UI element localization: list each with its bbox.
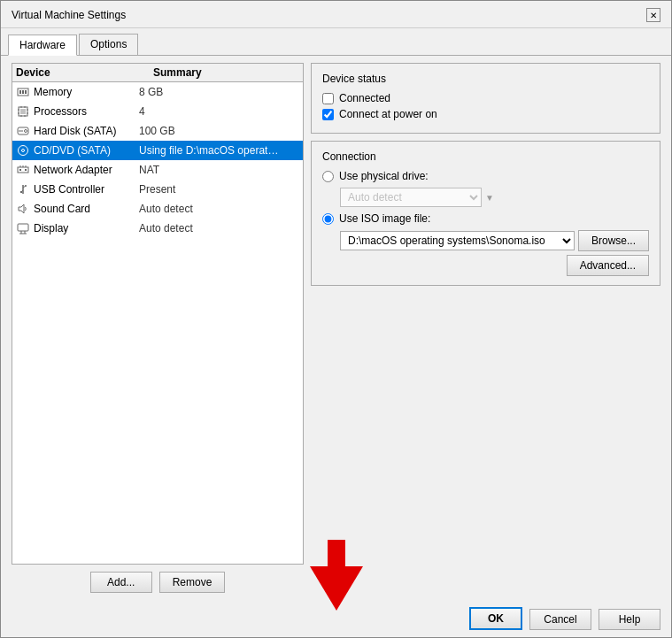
nic-icon bbox=[16, 163, 30, 177]
right-panel: Device status Connected Connect at power… bbox=[311, 63, 660, 593]
device-summary: 4 bbox=[139, 105, 299, 118]
advanced-row: Advanced... bbox=[322, 255, 649, 276]
device-name: Display bbox=[34, 222, 68, 234]
arrow-indicator bbox=[310, 540, 363, 611]
table-header: Device Summary bbox=[12, 64, 303, 82]
arrow-head bbox=[310, 566, 363, 611]
tab-hardware[interactable]: Hardware bbox=[8, 35, 77, 56]
device-name: CD/DVD (SATA) bbox=[34, 144, 111, 157]
connected-label: Connected bbox=[339, 92, 390, 104]
svg-rect-5 bbox=[20, 109, 26, 114]
use-physical-drive-label: Use physical drive: bbox=[339, 170, 429, 182]
svg-point-15 bbox=[25, 130, 27, 133]
table-row[interactable]: Hard Disk (SATA) 100 GB bbox=[12, 121, 303, 141]
title-bar: Virtual Machine Settings ✕ bbox=[1, 1, 671, 28]
tab-bar: Hardware Options bbox=[1, 28, 671, 55]
device-summary: 100 GB bbox=[139, 125, 299, 137]
browse-button[interactable]: Browse... bbox=[578, 230, 649, 251]
help-button[interactable]: Help bbox=[599, 609, 660, 630]
physical-drive-row: Use physical drive: bbox=[322, 170, 649, 182]
table-row[interactable]: Processors 4 bbox=[12, 102, 303, 121]
window-title: Virtual Machine Settings bbox=[12, 9, 126, 21]
device-name: Processors bbox=[34, 105, 87, 118]
left-panel: Device Summary Memory 8 GB bbox=[12, 63, 304, 593]
footer: OK Cancel Help bbox=[1, 600, 671, 637]
use-iso-label: Use ISO image file: bbox=[339, 212, 430, 225]
device-name: Hard Disk (SATA) bbox=[34, 125, 117, 137]
auto-detect-select[interactable]: Auto detect bbox=[340, 188, 482, 207]
connection-title: Connection bbox=[322, 150, 649, 163]
advanced-button[interactable]: Advanced... bbox=[567, 255, 649, 276]
add-button[interactable]: Add... bbox=[90, 572, 152, 593]
connect-at-power-on-checkbox[interactable] bbox=[322, 109, 334, 120]
svg-rect-1 bbox=[19, 90, 21, 94]
device-status-section: Device status Connected Connect at power… bbox=[311, 63, 660, 134]
svg-marker-30 bbox=[19, 204, 24, 213]
svg-rect-19 bbox=[18, 167, 28, 173]
table-row[interactable]: Memory 8 GB bbox=[12, 82, 303, 102]
svg-rect-31 bbox=[18, 224, 28, 231]
use-physical-drive-radio[interactable] bbox=[322, 171, 334, 182]
svg-point-17 bbox=[19, 146, 28, 156]
device-name: Memory bbox=[34, 86, 72, 98]
remove-button[interactable]: Remove bbox=[159, 572, 226, 593]
svg-rect-2 bbox=[22, 90, 24, 94]
connect-power-on-row: Connect at power on bbox=[322, 108, 649, 120]
tab-options[interactable]: Options bbox=[79, 34, 138, 55]
svg-rect-29 bbox=[20, 191, 22, 193]
svg-point-18 bbox=[22, 150, 25, 152]
display-icon bbox=[16, 221, 30, 235]
device-summary: Auto detect bbox=[139, 203, 299, 215]
table-row[interactable]: Display Auto detect bbox=[12, 219, 303, 238]
auto-detect-row: Auto detect ▼ bbox=[340, 188, 649, 207]
device-summary: 8 GB bbox=[139, 86, 299, 98]
connect-at-power-on-label: Connect at power on bbox=[339, 108, 437, 120]
connected-checkbox[interactable] bbox=[322, 93, 334, 104]
device-summary: Present bbox=[139, 183, 299, 196]
auto-detect-dropdown-arrow: ▼ bbox=[485, 193, 494, 203]
svg-rect-24 bbox=[25, 169, 27, 171]
device-name: USB Controller bbox=[34, 183, 104, 196]
usb-icon bbox=[16, 182, 30, 196]
device-name: Sound Card bbox=[34, 203, 90, 215]
processor-icon bbox=[16, 104, 30, 119]
svg-rect-3 bbox=[25, 90, 27, 94]
svg-point-28 bbox=[25, 185, 27, 187]
iso-image-row: Use ISO image file: bbox=[322, 212, 649, 225]
spacer bbox=[311, 293, 660, 593]
column-device: Device bbox=[16, 66, 153, 79]
main-content: Device Summary Memory 8 GB bbox=[1, 55, 671, 600]
use-iso-radio[interactable] bbox=[322, 213, 334, 225]
device-name: Network Adapter bbox=[34, 164, 112, 176]
table-row[interactable]: Sound Card Auto detect bbox=[12, 199, 303, 219]
table-row[interactable]: USB Controller Present bbox=[12, 180, 303, 199]
device-table: Device Summary Memory 8 GB bbox=[12, 63, 304, 565]
left-panel-buttons: Add... Remove bbox=[12, 572, 304, 593]
virtual-machine-settings-window: Virtual Machine Settings ✕ Hardware Opti… bbox=[0, 0, 672, 638]
device-summary: Auto detect bbox=[139, 222, 299, 234]
table-row[interactable]: Network Adapter NAT bbox=[12, 160, 303, 180]
table-row[interactable]: CD/DVD (SATA) Using file D:\macOS operat… bbox=[12, 141, 303, 160]
cancel-button[interactable]: Cancel bbox=[529, 609, 591, 630]
connected-row: Connected bbox=[322, 92, 649, 104]
device-summary: NAT bbox=[139, 164, 299, 176]
sound-icon bbox=[16, 202, 30, 216]
iso-path-select[interactable]: D:\macOS operating systems\Sonoma.iso bbox=[340, 231, 575, 250]
iso-path-row: D:\macOS operating systems\Sonoma.iso Br… bbox=[340, 230, 649, 251]
device-summary: Using file D:\macOS operating... bbox=[139, 144, 281, 157]
hdd-icon bbox=[16, 124, 30, 138]
connection-section: Connection Use physical drive: Auto dete… bbox=[311, 141, 660, 286]
svg-rect-23 bbox=[19, 169, 21, 171]
close-button[interactable]: ✕ bbox=[646, 8, 660, 22]
ok-button[interactable]: OK bbox=[469, 607, 522, 630]
cdrom-icon bbox=[16, 143, 30, 158]
column-summary: Summary bbox=[153, 66, 299, 79]
device-status-title: Device status bbox=[322, 73, 649, 85]
arrow-shaft bbox=[328, 540, 345, 566]
memory-icon bbox=[16, 85, 30, 99]
